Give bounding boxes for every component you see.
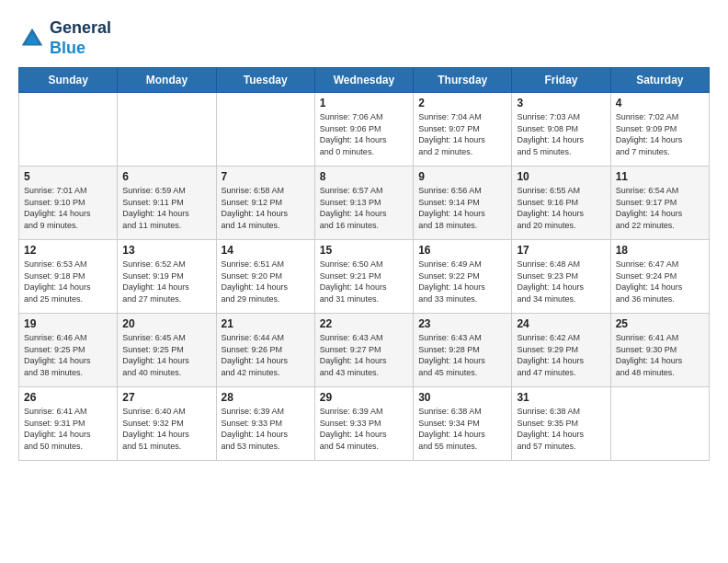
week-row-4: 19Sunrise: 6:46 AM Sunset: 9:25 PM Dayli… <box>19 314 710 387</box>
day-info: Sunrise: 6:45 AM Sunset: 9:25 PM Dayligh… <box>122 332 210 378</box>
day-cell: 28Sunrise: 6:39 AM Sunset: 9:33 PM Dayli… <box>216 387 314 461</box>
weekday-header-friday: Friday <box>512 68 610 93</box>
week-row-1: 1Sunrise: 7:06 AM Sunset: 9:06 PM Daylig… <box>19 93 710 167</box>
day-info: Sunrise: 6:42 AM Sunset: 9:29 PM Dayligh… <box>517 332 605 378</box>
day-number: 8 <box>320 170 408 183</box>
day-cell: 4Sunrise: 7:02 AM Sunset: 9:09 PM Daylig… <box>610 93 709 167</box>
day-info: Sunrise: 6:38 AM Sunset: 9:34 PM Dayligh… <box>418 406 506 452</box>
day-number: 5 <box>24 170 112 183</box>
day-cell <box>216 93 314 167</box>
day-number: 19 <box>24 317 112 330</box>
weekday-header-row: SundayMondayTuesdayWednesdayThursdayFrid… <box>19 68 710 93</box>
weekday-header-monday: Monday <box>118 68 216 93</box>
day-cell: 7Sunrise: 6:58 AM Sunset: 9:12 PM Daylig… <box>216 167 314 240</box>
day-number: 29 <box>320 391 408 404</box>
weekday-header-tuesday: Tuesday <box>216 68 314 93</box>
day-cell: 16Sunrise: 6:49 AM Sunset: 9:22 PM Dayli… <box>414 240 512 314</box>
day-number: 31 <box>517 391 605 404</box>
day-info: Sunrise: 7:03 AM Sunset: 9:08 PM Dayligh… <box>517 111 605 157</box>
day-info: Sunrise: 7:06 AM Sunset: 9:06 PM Dayligh… <box>320 111 408 157</box>
day-number: 3 <box>517 97 605 109</box>
day-number: 10 <box>517 170 605 183</box>
day-number: 16 <box>418 244 506 257</box>
day-cell: 31Sunrise: 6:38 AM Sunset: 9:35 PM Dayli… <box>512 387 610 461</box>
weekday-header-wednesday: Wednesday <box>314 68 413 93</box>
week-row-3: 12Sunrise: 6:53 AM Sunset: 9:18 PM Dayli… <box>19 240 710 314</box>
day-cell: 17Sunrise: 6:48 AM Sunset: 9:23 PM Dayli… <box>512 240 610 314</box>
day-number: 27 <box>122 391 210 404</box>
day-number: 14 <box>222 244 310 257</box>
day-info: Sunrise: 6:57 AM Sunset: 9:13 PM Dayligh… <box>320 185 408 231</box>
day-cell: 11Sunrise: 6:54 AM Sunset: 9:17 PM Dayli… <box>610 167 709 240</box>
day-cell: 29Sunrise: 6:39 AM Sunset: 9:33 PM Dayli… <box>314 387 413 461</box>
day-number: 30 <box>418 391 506 404</box>
day-number: 23 <box>418 317 506 330</box>
day-info: Sunrise: 6:47 AM Sunset: 9:24 PM Dayligh… <box>616 259 704 304</box>
day-info: Sunrise: 6:46 AM Sunset: 9:25 PM Dayligh… <box>24 332 112 378</box>
day-number: 15 <box>320 244 408 257</box>
day-number: 12 <box>24 244 112 257</box>
day-cell <box>610 387 709 461</box>
day-cell: 27Sunrise: 6:40 AM Sunset: 9:32 PM Dayli… <box>118 387 216 461</box>
day-info: Sunrise: 6:58 AM Sunset: 9:12 PM Dayligh… <box>222 185 310 231</box>
day-info: Sunrise: 6:44 AM Sunset: 9:26 PM Dayligh… <box>222 332 310 378</box>
calendar-table: SundayMondayTuesdayWednesdayThursdayFrid… <box>18 67 710 461</box>
day-number: 1 <box>320 97 408 109</box>
day-number: 25 <box>616 317 704 330</box>
day-cell: 30Sunrise: 6:38 AM Sunset: 9:34 PM Dayli… <box>414 387 512 461</box>
logo: General Blue <box>18 18 111 58</box>
day-number: 7 <box>222 170 310 183</box>
day-info: Sunrise: 6:40 AM Sunset: 9:32 PM Dayligh… <box>122 406 210 452</box>
day-info: Sunrise: 6:59 AM Sunset: 9:11 PM Dayligh… <box>122 185 210 231</box>
day-number: 26 <box>24 391 112 404</box>
day-cell <box>19 93 118 167</box>
day-info: Sunrise: 6:38 AM Sunset: 9:35 PM Dayligh… <box>517 406 605 452</box>
day-number: 20 <box>122 317 210 330</box>
day-number: 21 <box>222 317 310 330</box>
day-info: Sunrise: 6:39 AM Sunset: 9:33 PM Dayligh… <box>320 406 408 452</box>
day-cell: 1Sunrise: 7:06 AM Sunset: 9:06 PM Daylig… <box>314 93 413 167</box>
day-number: 28 <box>222 391 310 404</box>
day-cell: 6Sunrise: 6:59 AM Sunset: 9:11 PM Daylig… <box>118 167 216 240</box>
day-number: 24 <box>517 317 605 330</box>
day-cell: 2Sunrise: 7:04 AM Sunset: 9:07 PM Daylig… <box>414 93 512 167</box>
day-number: 4 <box>616 97 704 109</box>
day-cell: 15Sunrise: 6:50 AM Sunset: 9:21 PM Dayli… <box>314 240 413 314</box>
week-row-2: 5Sunrise: 7:01 AM Sunset: 9:10 PM Daylig… <box>19 167 710 240</box>
logo-icon <box>18 25 46 52</box>
day-number: 11 <box>616 170 704 183</box>
day-info: Sunrise: 6:53 AM Sunset: 9:18 PM Dayligh… <box>24 259 112 304</box>
day-info: Sunrise: 6:43 AM Sunset: 9:27 PM Dayligh… <box>320 332 408 378</box>
day-info: Sunrise: 7:02 AM Sunset: 9:09 PM Dayligh… <box>616 111 704 157</box>
day-cell: 12Sunrise: 6:53 AM Sunset: 9:18 PM Dayli… <box>19 240 118 314</box>
day-cell: 22Sunrise: 6:43 AM Sunset: 9:27 PM Dayli… <box>314 314 413 387</box>
day-info: Sunrise: 6:55 AM Sunset: 9:16 PM Dayligh… <box>517 185 605 231</box>
day-cell: 8Sunrise: 6:57 AM Sunset: 9:13 PM Daylig… <box>314 167 413 240</box>
day-info: Sunrise: 6:41 AM Sunset: 9:30 PM Dayligh… <box>616 332 704 378</box>
day-info: Sunrise: 6:56 AM Sunset: 9:14 PM Dayligh… <box>418 185 506 231</box>
day-cell: 23Sunrise: 6:43 AM Sunset: 9:28 PM Dayli… <box>414 314 512 387</box>
day-cell: 3Sunrise: 7:03 AM Sunset: 9:08 PM Daylig… <box>512 93 610 167</box>
weekday-header-thursday: Thursday <box>414 68 512 93</box>
day-info: Sunrise: 6:52 AM Sunset: 9:19 PM Dayligh… <box>122 259 210 304</box>
day-info: Sunrise: 6:50 AM Sunset: 9:21 PM Dayligh… <box>320 259 408 304</box>
day-cell: 13Sunrise: 6:52 AM Sunset: 9:19 PM Dayli… <box>118 240 216 314</box>
page-header: General Blue <box>18 18 710 58</box>
day-number: 13 <box>122 244 210 257</box>
day-number: 22 <box>320 317 408 330</box>
day-cell: 9Sunrise: 6:56 AM Sunset: 9:14 PM Daylig… <box>414 167 512 240</box>
day-info: Sunrise: 6:54 AM Sunset: 9:17 PM Dayligh… <box>616 185 704 231</box>
day-info: Sunrise: 6:51 AM Sunset: 9:20 PM Dayligh… <box>222 259 310 304</box>
day-cell: 19Sunrise: 6:46 AM Sunset: 9:25 PM Dayli… <box>19 314 118 387</box>
logo-text: General Blue <box>50 18 111 58</box>
day-info: Sunrise: 6:39 AM Sunset: 9:33 PM Dayligh… <box>222 406 310 452</box>
day-cell: 24Sunrise: 6:42 AM Sunset: 9:29 PM Dayli… <box>512 314 610 387</box>
day-number: 9 <box>418 170 506 183</box>
day-cell: 25Sunrise: 6:41 AM Sunset: 9:30 PM Dayli… <box>610 314 709 387</box>
week-row-5: 26Sunrise: 6:41 AM Sunset: 9:31 PM Dayli… <box>19 387 710 461</box>
day-number: 2 <box>418 97 506 109</box>
weekday-header-sunday: Sunday <box>19 68 118 93</box>
day-cell: 14Sunrise: 6:51 AM Sunset: 9:20 PM Dayli… <box>216 240 314 314</box>
day-cell: 18Sunrise: 6:47 AM Sunset: 9:24 PM Dayli… <box>610 240 709 314</box>
day-info: Sunrise: 7:01 AM Sunset: 9:10 PM Dayligh… <box>24 185 112 231</box>
